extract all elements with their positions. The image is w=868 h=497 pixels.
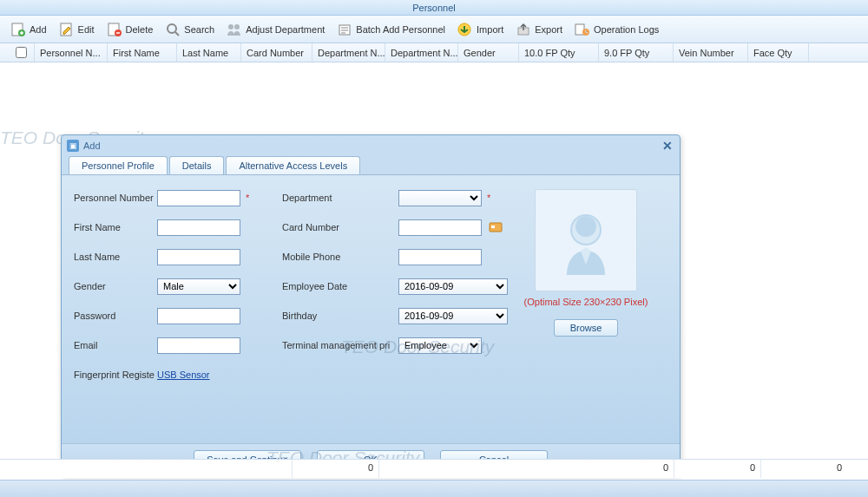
window-title: Personnel — [412, 3, 456, 13]
close-icon[interactable]: ✕ — [662, 139, 673, 153]
export-button[interactable]: Export — [510, 19, 568, 40]
svg-point-17 — [575, 216, 596, 237]
export-icon — [516, 22, 531, 37]
grid-header-cell[interactable]: First Name — [108, 43, 177, 62]
logs-icon — [575, 22, 590, 37]
tab-details[interactable]: Details — [169, 156, 225, 174]
svg-rect-14 — [491, 226, 495, 228]
password-input[interactable] — [157, 308, 240, 324]
fingerprint-label: Fingerprint Registe — [74, 369, 157, 380]
department-label: Department — [282, 193, 398, 203]
avatar-placeholder-icon — [551, 206, 621, 275]
tab-access-levels[interactable]: Alternative Access Levels — [226, 156, 360, 174]
dialog-icon: ▣ — [67, 140, 79, 152]
select-all-checkbox[interactable] — [16, 47, 27, 58]
gender-label: Gender — [74, 281, 157, 291]
status-bar — [0, 480, 868, 497]
import-icon — [457, 22, 473, 37]
email-input[interactable] — [157, 337, 240, 354]
search-button[interactable]: Search — [160, 19, 220, 40]
footer-value: 0 — [760, 460, 847, 478]
grid-header-cell[interactable]: Department N... — [312, 43, 385, 62]
password-label: Password — [74, 311, 157, 321]
svg-point-5 — [168, 24, 176, 33]
optimal-size-text: (Optimal Size 230×230 Pixel) — [508, 297, 664, 307]
grid-header-cell[interactable]: Personnel N... — [35, 43, 108, 62]
grid-header-cell[interactable]: Card Number — [241, 43, 312, 62]
search-icon — [165, 22, 181, 37]
delete-icon — [107, 22, 122, 37]
import-button[interactable]: Import — [452, 19, 509, 40]
edit-icon — [59, 22, 75, 37]
add-dialog: ▣ Add ✕ Personnel Profile Details Altern… — [61, 134, 681, 475]
birthday-select[interactable]: 2016-09-09 — [398, 308, 508, 324]
adjust-department-button[interactable]: Adjust Department — [221, 19, 330, 40]
footer-value: 0 — [674, 460, 760, 478]
grid-footer: 0 0 0 0 — [0, 459, 868, 478]
mobile-phone-label: Mobile Phone — [282, 252, 398, 262]
employee-date-select[interactable]: 2016-09-09 — [398, 278, 508, 295]
dialog-title-bar: ▣ Add ✕ — [62, 135, 680, 156]
operation-logs-button[interactable]: Operation Logs — [569, 19, 664, 40]
people-icon — [227, 22, 242, 37]
grid-body: TEO Door Security ▣ Add ✕ Personnel Prof… — [0, 62, 868, 440]
grid-header-cell[interactable]: Gender — [458, 43, 519, 62]
svg-point-6 — [228, 24, 233, 29]
gender-select[interactable]: Male — [157, 278, 240, 295]
first-name-input[interactable] — [157, 219, 240, 236]
browse-button[interactable]: Browse — [554, 319, 619, 337]
dialog-title: Add — [83, 141, 101, 151]
grid-header: Personnel N... First Name Last Name Card… — [0, 43, 868, 62]
department-select[interactable] — [398, 190, 482, 206]
employee-date-label: Employee Date — [282, 281, 398, 291]
personnel-number-input[interactable] — [157, 190, 240, 206]
required-mark: * — [487, 193, 490, 203]
grid-header-cell[interactable]: Last Name — [177, 43, 241, 62]
personnel-number-label: Personnel Number — [74, 193, 157, 203]
photo-preview — [535, 189, 637, 291]
grid-header-cell[interactable]: 10.0 FP Qty — [519, 43, 599, 62]
grid-header-cell[interactable]: Face Qty — [748, 43, 809, 62]
batch-add-button[interactable]: Batch Add Personnel — [332, 19, 450, 40]
footer-value: 0 — [378, 460, 674, 478]
header-checkbox-cell — [0, 43, 35, 62]
first-name-label: First Name — [74, 222, 157, 232]
required-mark: * — [246, 193, 249, 203]
dialog-tabs: Personnel Profile Details Alternative Ac… — [69, 156, 680, 174]
birthday-label: Birthday — [282, 311, 398, 321]
grid-header-cell[interactable]: Vein Number — [674, 43, 748, 62]
card-icon[interactable] — [489, 221, 504, 233]
svg-point-7 — [234, 24, 240, 29]
grid-header-cell[interactable]: 9.0 FP Qty — [599, 43, 674, 62]
dialog-body: TEO Door Security TEO Door Security Pers… — [62, 174, 680, 443]
usb-sensor-link[interactable]: USB Sensor — [157, 369, 210, 380]
delete-button[interactable]: Delete — [102, 19, 159, 40]
edit-button[interactable]: Edit — [54, 19, 100, 40]
email-label: Email — [74, 340, 157, 350]
add-button[interactable]: Add — [5, 19, 52, 40]
card-number-label: Card Number — [282, 222, 398, 232]
window-title-bar: Personnel — [0, 0, 868, 16]
grid-header-cell[interactable]: Department N... — [385, 43, 458, 62]
mobile-phone-input[interactable] — [398, 249, 482, 265]
card-number-input[interactable] — [398, 219, 482, 236]
last-name-input[interactable] — [157, 249, 240, 265]
toolbar: Add Edit Delete Search Adjust Department… — [0, 16, 868, 43]
last-name-label: Last Name — [74, 252, 157, 262]
add-icon — [10, 22, 26, 37]
tab-personnel-profile[interactable]: Personnel Profile — [69, 156, 168, 174]
batch-add-icon — [337, 22, 352, 37]
terminal-priv-label: Terminal management pri — [282, 340, 398, 350]
footer-value: 0 — [292, 460, 378, 478]
terminal-priv-select[interactable]: Employee — [398, 337, 482, 354]
